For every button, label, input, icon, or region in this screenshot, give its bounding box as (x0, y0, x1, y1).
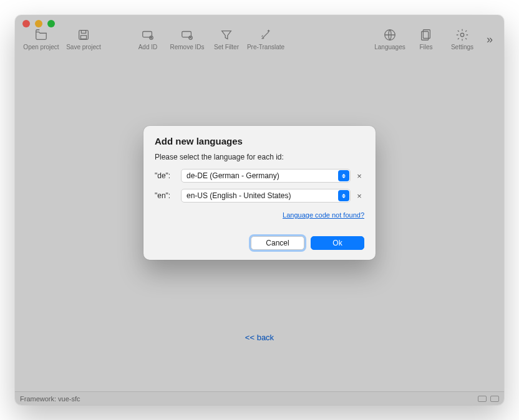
select-value: en-US (English - United States) (187, 191, 291, 200)
dialog-subtitle: Please select the language for each id: (155, 153, 364, 161)
dialog-title: Add new languages (155, 136, 364, 146)
language-id-label: "de": (155, 171, 177, 180)
close-icon: × (357, 191, 362, 201)
select-value: de-DE (German - Germany) (187, 171, 279, 180)
language-select-de[interactable]: de-DE (German - Germany) (181, 169, 351, 183)
select-arrows-icon (338, 190, 349, 201)
close-icon: × (357, 171, 362, 181)
language-select-en[interactable]: en-US (English - United States) (181, 189, 351, 203)
remove-row-button[interactable]: × (354, 191, 364, 201)
language-row: "de": de-DE (German - Germany) × (155, 169, 364, 183)
cancel-button[interactable]: Cancel (251, 236, 304, 250)
dialog-button-row: Cancel Ok (155, 236, 364, 250)
language-row: "en": en-US (English - United States) × (155, 189, 364, 203)
add-languages-dialog: Add new languages Please select the lang… (143, 126, 376, 260)
ok-button[interactable]: Ok (311, 236, 364, 250)
language-code-help-link[interactable]: Language code not found? (283, 211, 364, 219)
remove-row-button[interactable]: × (354, 171, 364, 181)
select-arrows-icon (338, 170, 349, 181)
language-id-label: "en": (155, 191, 177, 200)
app-window: Open project Save project Add ID Remove … (15, 15, 504, 405)
help-link-row: Language code not found? (155, 209, 364, 220)
